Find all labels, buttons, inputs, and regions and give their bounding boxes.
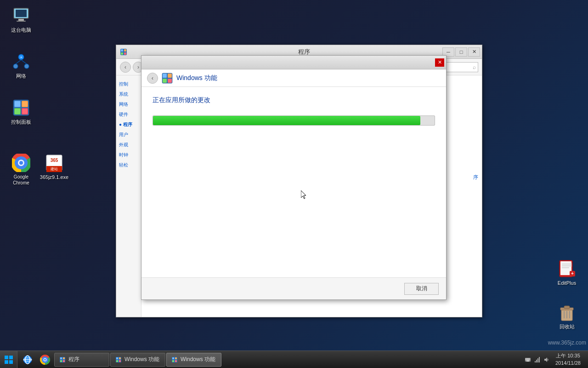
- window-controls: ─ □ ✕: [442, 47, 480, 57]
- sidebar-item-easy[interactable]: 轻松: [118, 160, 139, 170]
- svg-text:≡: ≡: [20, 56, 22, 59]
- back-button[interactable]: ‹: [120, 62, 131, 73]
- dialog-back-button[interactable]: ‹: [147, 73, 158, 84]
- dialog-body: 正在应用所做的更改: [141, 87, 446, 135]
- date-text: 2014/11/28: [555, 360, 581, 367]
- svg-rect-38: [564, 306, 570, 309]
- svg-rect-67: [60, 360, 62, 362]
- network-label: 网络: [16, 73, 26, 79]
- svg-rect-87: [530, 359, 530, 360]
- svg-rect-78: [175, 360, 177, 362]
- desktop-icon-computer[interactable]: 这台电脑: [5, 5, 38, 35]
- dialog-close-button[interactable]: ✕: [435, 58, 444, 67]
- desktop-icon-365[interactable]: 365 建站 365jz9.1.exe: [38, 152, 71, 182]
- desktop-icon-chrome[interactable]: GoogleChrome: [5, 152, 38, 188]
- svg-rect-72: [116, 360, 118, 362]
- svg-rect-92: [539, 357, 540, 362]
- taskbar-prog-label: 程序: [68, 356, 79, 363]
- time-display[interactable]: 上午 10:35 2014/11/28: [552, 352, 584, 367]
- svg-rect-52: [5, 356, 8, 359]
- tray-network-icon[interactable]: [533, 356, 541, 363]
- cancel-button[interactable]: 取消: [404, 283, 439, 295]
- icon-365: 365 建站: [45, 154, 63, 172]
- desktop-icon-network[interactable]: ≡ 网络: [5, 51, 38, 81]
- svg-rect-50: [163, 79, 167, 83]
- desktop: 这台电脑 ≡ 网络: [0, 0, 588, 368]
- svg-rect-43: [121, 49, 123, 52]
- close-button[interactable]: ✕: [468, 47, 480, 57]
- sidebar-panel: 控制 系统 网络 硬件 ● 程序 用户 外观 时钟 轻松: [116, 75, 141, 317]
- svg-rect-3: [17, 21, 26, 22]
- progress-bar-fill: [153, 116, 420, 125]
- start-button[interactable]: [0, 351, 17, 368]
- sidebar-item-net[interactable]: 网络: [118, 99, 139, 109]
- svg-rect-77: [172, 360, 174, 362]
- svg-rect-89: [535, 361, 536, 362]
- svg-rect-44: [124, 49, 126, 52]
- svg-text:建站: 建站: [50, 167, 58, 171]
- taskbar-task-winfeature2[interactable]: Windows 功能: [166, 353, 221, 367]
- svg-rect-80: [526, 358, 526, 359]
- svg-rect-70: [116, 357, 118, 359]
- dialog-header: ‹ Windows 功能: [141, 69, 446, 87]
- svg-rect-81: [527, 358, 528, 359]
- svg-rect-18: [22, 109, 28, 114]
- search-icon: ⌕: [473, 64, 476, 70]
- dialog-feature-icon: [162, 73, 173, 84]
- svg-rect-65: [60, 357, 62, 359]
- sidebar-item-ext[interactable]: 外观: [118, 140, 139, 150]
- svg-rect-75: [172, 357, 174, 359]
- svg-rect-51: [168, 79, 172, 83]
- time-text: 上午 10:35: [555, 352, 581, 359]
- computer-label: 这台电脑: [11, 27, 31, 33]
- svg-rect-84: [526, 359, 526, 360]
- svg-rect-15: [15, 101, 20, 107]
- taskbar-task-winfeature1[interactable]: Windows 功能: [110, 353, 165, 367]
- recycle-icon: [558, 303, 576, 322]
- svg-rect-45: [121, 52, 123, 55]
- svg-rect-83: [530, 358, 530, 359]
- svg-rect-1: [16, 10, 27, 17]
- sidebar-item-user[interactable]: 用户: [118, 130, 139, 140]
- svg-rect-73: [119, 360, 121, 362]
- svg-point-5: [13, 64, 18, 69]
- right-link[interactable]: 序: [473, 174, 478, 181]
- watermark: www.365jz.com: [548, 339, 586, 346]
- recycle-label: 回收站: [560, 323, 575, 330]
- desktop-icon-controlpanel[interactable]: 控制面板: [5, 97, 38, 127]
- svg-rect-76: [175, 357, 177, 359]
- svg-point-23: [19, 161, 23, 165]
- dialog-footer: 取消: [141, 277, 446, 299]
- sidebar-item-prog[interactable]: ● 程序: [118, 120, 139, 130]
- taskbar-chrome-icon[interactable]: [37, 352, 53, 368]
- taskbar-right: 上午 10:35 2014/11/28: [520, 351, 588, 368]
- window-icon: [120, 48, 127, 56]
- desktop-icon-recycle[interactable]: 回收站: [550, 301, 583, 332]
- tray-keyboard-icon[interactable]: [524, 356, 531, 363]
- controlpanel-icon: [12, 98, 30, 117]
- taskbar-winfeature1-label: Windows 功能: [124, 356, 159, 363]
- svg-rect-85: [527, 359, 528, 360]
- chrome-label: GoogleChrome: [13, 174, 29, 186]
- svg-text:365: 365: [51, 158, 58, 163]
- icon-365-label: 365jz9.1.exe: [40, 174, 68, 180]
- svg-rect-48: [163, 74, 167, 78]
- taskbar-ie-icon[interactable]: [19, 352, 36, 368]
- maximize-button[interactable]: □: [455, 47, 467, 57]
- svg-point-63: [44, 359, 46, 361]
- sidebar-item-sys[interactable]: 系统: [118, 89, 139, 99]
- tray-volume-icon[interactable]: [543, 356, 550, 363]
- editplus-icon: +: [558, 259, 576, 278]
- progress-bar-container: [153, 115, 435, 126]
- svg-rect-86: [528, 359, 529, 360]
- svg-rect-82: [528, 358, 529, 359]
- svg-rect-90: [536, 360, 537, 362]
- sidebar-item-time[interactable]: 时钟: [118, 150, 139, 160]
- taskbar-items: 程序 Windows 功能: [17, 351, 520, 368]
- desktop-icon-editplus[interactable]: + EditPlus: [550, 258, 583, 288]
- svg-rect-53: [9, 356, 13, 359]
- svg-rect-17: [15, 109, 20, 114]
- taskbar-task-prog[interactable]: 程序: [54, 353, 109, 367]
- sidebar-item-hw[interactable]: 硬件: [118, 109, 139, 120]
- sidebar-item-cp[interactable]: 控制: [118, 79, 139, 89]
